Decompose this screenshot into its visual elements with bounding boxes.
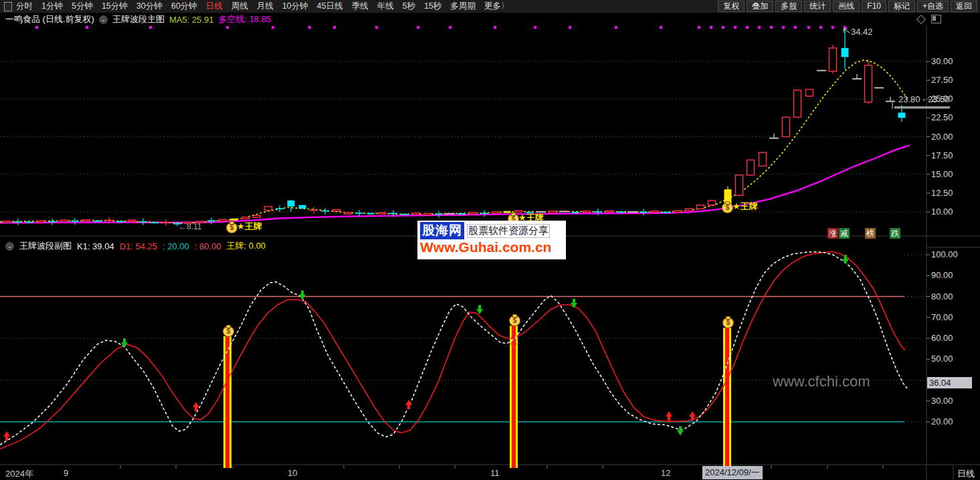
main-axis-label-2: 25.00 (931, 94, 953, 104)
period-tab-13[interactable]: 5秒 (402, 1, 415, 12)
period-tab-11[interactable]: 季线 (351, 1, 368, 12)
x-axis-label-3: 11 (490, 468, 500, 478)
low-price-annotation: ←8.11 (179, 222, 201, 231)
period-tab-4[interactable]: 30分钟 (136, 1, 163, 12)
diamond-icon[interactable] (916, 14, 926, 23)
high-band-value: : 80.00 (195, 241, 221, 251)
ma5-value: MA5: 25.91 (169, 15, 214, 25)
money-bag-icon-main-0: $ (226, 223, 237, 233)
main-axis-label-0: 30.00 (931, 56, 953, 66)
x-axis-label-1: 9 (64, 468, 68, 478)
x-axis-label-2: 10 (288, 468, 297, 478)
main-axis-label-3: 22.50 (931, 112, 953, 122)
guhai-description: 股票软件资源分享 (467, 224, 550, 238)
period-tab-2[interactable]: 5分钟 (72, 1, 93, 12)
x-axis-label-0: 2024年 (5, 468, 33, 480)
cfchi-watermark: www.cfchi.com (773, 373, 870, 390)
info-bar: 一鸣食品 (日线.前复权) ⌄ 王牌波段主图 MA5: 25.91 多空线: 1… (5, 14, 271, 25)
period-tab-3[interactable]: 15分钟 (102, 1, 128, 12)
sub-axis-label-8: 20.00 (931, 416, 953, 427)
period-tab-7[interactable]: 周线 (231, 1, 248, 12)
guhai-watermark: 股海网 股票软件资源分享 Www.Guhai.com.cn (417, 221, 566, 259)
wangpai-value: 王牌: 0.00 (227, 240, 266, 252)
split-window-icon[interactable] (931, 15, 941, 23)
main-axis-label-7: 12.50 (931, 188, 953, 198)
mini-button-0[interactable]: 涨 (827, 228, 838, 239)
period-tab-12[interactable]: 年线 (377, 1, 393, 12)
toolbar-button-2[interactable]: 多股 (775, 1, 802, 12)
duokong-value: 多空线: 18.85 (218, 13, 271, 25)
sub-axis-label-1: 90.00 (931, 270, 953, 280)
main-axis-label-4: 20.00 (931, 132, 953, 142)
main-axis-label-1: 27.50 (931, 75, 953, 85)
main-axis-label-6: 15.00 (931, 169, 953, 179)
period-tab-9[interactable]: 10分钟 (282, 1, 308, 12)
mini-button-2[interactable]: 榜 (865, 228, 876, 239)
period-tab-15[interactable]: 多周期 (450, 1, 476, 12)
stock-title: 一鸣食品 (日线.前复权) (5, 13, 94, 25)
money-bag-icon-sub-0: $ (223, 326, 234, 337)
sub-axis-label-0: 100.00 (931, 249, 958, 259)
high-price-annotation: 34.42 (851, 27, 873, 37)
sub-chart-header: ⌄ 王牌波段副图 K1: 39.04 D1: 54.25 : 20.00 : 8… (5, 241, 266, 251)
main-axis-label-5: 17.50 (931, 150, 953, 160)
period-label: 日线 (957, 468, 975, 480)
top-toolbar: 分时1分钟5分钟15分钟30分钟60分钟日线周线月线10分钟45日线季线年线5秒… (0, 0, 980, 13)
toolbar-button-5[interactable]: F10 (862, 1, 886, 12)
toolbar-actions: 复权叠加多股统计画线F10标记+自选返回 (718, 1, 977, 12)
sub-indicator-name: 王牌波段副图 (19, 240, 72, 252)
date-badge: 2024/12/09/一 (702, 466, 763, 479)
sub-axis-label-4: 60.00 (931, 333, 953, 343)
sub-axis-label-2: 80.00 (931, 291, 953, 302)
indicator-dropdown-icon[interactable]: ⌄ (99, 15, 108, 24)
sub-indicator-dropdown-icon[interactable]: ⌄ (5, 242, 14, 251)
mini-button-3[interactable]: 跌 (890, 228, 900, 239)
period-tab-16[interactable]: 更多〉 (484, 1, 510, 12)
x-axis-label-4: 12 (661, 468, 670, 478)
window-tools (918, 15, 941, 23)
mini-button-1[interactable]: 减 (839, 228, 850, 239)
toolbar-button-7[interactable]: +自选 (917, 1, 949, 12)
toolbar-button-6[interactable]: 标记 (888, 1, 915, 12)
app-menu-icon[interactable] (4, 2, 12, 11)
period-tab-0[interactable]: 分时 (16, 1, 33, 12)
toolbar-button-4[interactable]: 画线 (833, 1, 860, 12)
low-band-value: : 20.00 (163, 241, 189, 251)
guhai-url: Www.Guhai.com.cn (420, 239, 563, 255)
period-tab-5[interactable]: 60分钟 (171, 1, 197, 12)
sub-axis-label-5: 50.00 (931, 354, 953, 364)
period-tabs: 分时1分钟5分钟15分钟30分钟60分钟日线周线月线10分钟45日线季线年线5秒… (16, 1, 718, 12)
guhai-site-name: 股海网 (420, 222, 464, 239)
k1-value: K1: 39.04 (77, 241, 114, 251)
main-indicator-name: 王牌波段主图 (112, 13, 165, 25)
main-axis-label-8: 10.00 (931, 207, 953, 217)
period-tab-14[interactable]: 15秒 (424, 1, 442, 12)
toolbar-button-1[interactable]: 叠加 (747, 1, 773, 12)
toolbar-button-0[interactable]: 复权 (718, 1, 745, 12)
sub-axis-label-7: 30.00 (931, 396, 953, 406)
sub-axis-label-3: 70.00 (931, 312, 953, 322)
d1-value: D1: 54.25 (120, 241, 157, 251)
toolbar-button-8[interactable]: 返回 (951, 1, 977, 12)
wangpai-signal-label-0: ★王牌 (237, 221, 262, 233)
period-tab-10[interactable]: 45日线 (317, 1, 343, 12)
trading-app-window: 分时1分钟5分钟15分钟30分钟60分钟日线周线月线10分钟45日线季线年线5秒… (0, 0, 980, 480)
period-tab-8[interactable]: 月线 (257, 1, 274, 12)
sub-current-value-badge: 36.04 (927, 377, 972, 388)
period-tab-6[interactable]: 日线 (206, 1, 223, 12)
period-tab-1[interactable]: 1分钟 (41, 1, 63, 12)
toolbar-button-3[interactable]: 统计 (804, 1, 831, 12)
wangpai-signal-label-2: ★王牌 (732, 201, 758, 213)
